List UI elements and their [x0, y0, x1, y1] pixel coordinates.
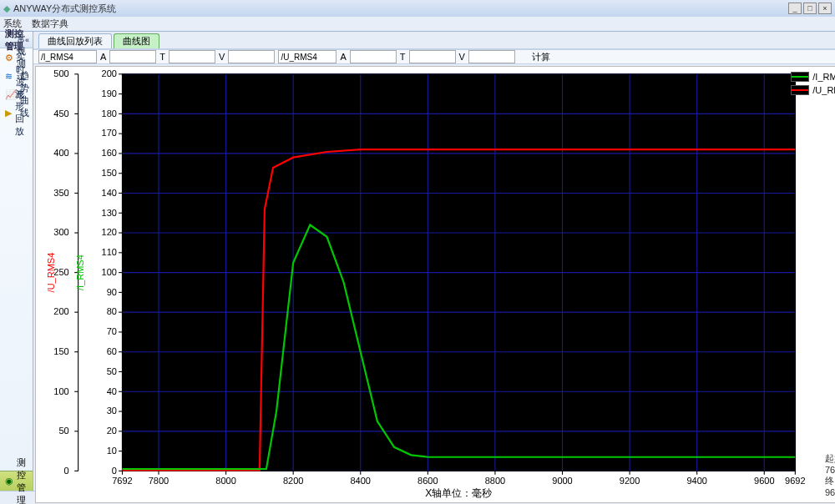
unit-t: T: [159, 52, 165, 62]
param-u-a[interactable]: [350, 50, 397, 63]
sidebar-item-playback[interactable]: ▶ 波形回放: [0, 103, 33, 122]
svg-text:150: 150: [102, 168, 117, 178]
readouts: 起始值 7692 终点值 9692: [825, 452, 835, 497]
svg-text:8400: 8400: [351, 476, 371, 486]
app-title: ANYWAY分布式测控系统: [13, 3, 116, 15]
svg-text:170: 170: [102, 128, 117, 138]
unit-v2: V: [459, 52, 465, 62]
svg-text:30: 30: [107, 406, 117, 416]
wave-icon: ≋: [5, 69, 13, 83]
minimize-button[interactable]: _: [788, 3, 802, 14]
unit-v: V: [219, 52, 225, 62]
maximize-button[interactable]: □: [803, 3, 817, 14]
sidebar-footer-label: 测控管理: [17, 456, 33, 505]
svg-text:50: 50: [58, 426, 68, 436]
svg-text:140: 140: [102, 188, 117, 198]
svg-text:180: 180: [102, 108, 117, 118]
param-i-v[interactable]: [228, 50, 275, 63]
svg-text:300: 300: [53, 227, 68, 237]
svg-text:80: 80: [107, 306, 117, 316]
start-value: 7692: [825, 465, 835, 475]
svg-text:9692: 9692: [785, 476, 805, 486]
close-button[interactable]: ×: [818, 3, 832, 14]
svg-text:160: 160: [102, 148, 117, 158]
param-u-t[interactable]: [409, 50, 456, 63]
param-i-label[interactable]: [38, 50, 97, 63]
sidebar: 测控管理 « ⚙ 常规测试 ≋ 实时波形 📈 趋势曲线 ▶ 波形回放 ◉ 测控管…: [0, 32, 33, 491]
param-u-v[interactable]: [468, 50, 515, 63]
legend-label: /U_RMS4: [812, 85, 835, 95]
svg-text:400: 400: [53, 148, 68, 158]
svg-text:90: 90: [107, 287, 117, 297]
menu-data-dict[interactable]: 数据字典: [32, 18, 68, 30]
end-value: 9692: [825, 487, 835, 497]
param-i-t[interactable]: [169, 50, 215, 63]
calc-button[interactable]: 计算: [532, 51, 550, 63]
legend-label: /I_RMS4: [812, 72, 835, 82]
svg-text:50: 50: [107, 366, 117, 376]
globe-icon: ◉: [5, 476, 13, 486]
svg-text:8600: 8600: [418, 476, 438, 486]
svg-text:9000: 9000: [552, 476, 572, 486]
menubar: 系统 数据字典: [0, 17, 835, 32]
end-label: 终点值: [825, 475, 835, 487]
svg-text:350: 350: [53, 188, 68, 198]
svg-text:190: 190: [102, 88, 117, 98]
param-u-label[interactable]: [278, 50, 337, 63]
svg-text:X轴单位：毫秒: X轴单位：毫秒: [425, 487, 492, 499]
unit-a2: A: [340, 52, 346, 62]
svg-text:8000: 8000: [215, 476, 235, 486]
svg-text:7800: 7800: [149, 476, 169, 486]
svg-text:70: 70: [107, 326, 117, 336]
svg-text:/I_RMS4: /I_RMS4: [75, 255, 85, 290]
playback-icon: ▶: [5, 106, 12, 119]
svg-text:40: 40: [107, 386, 117, 396]
svg-text:100: 100: [102, 267, 117, 277]
gear-icon: ⚙: [5, 51, 13, 64]
svg-text:10: 10: [107, 446, 117, 456]
legend-item-u: /U_RMS4: [791, 85, 835, 95]
svg-text:130: 130: [102, 208, 117, 218]
svg-text:0: 0: [64, 466, 69, 476]
sidebar-footer[interactable]: ◉ 测控管理: [0, 471, 33, 491]
svg-text:8800: 8800: [485, 476, 505, 486]
svg-text:9200: 9200: [620, 476, 640, 486]
tab-curve-list[interactable]: 曲线回放列表: [38, 33, 112, 48]
chart-area[interactable]: 0501001502002503003504004505000102030405…: [35, 66, 835, 503]
svg-text:200: 200: [102, 68, 117, 78]
svg-text:450: 450: [53, 108, 68, 118]
tab-curve-chart[interactable]: 曲线图: [114, 33, 159, 48]
params-bar: A T V A T V 计算: [33, 50, 835, 64]
svg-text:20: 20: [107, 426, 117, 436]
svg-text:7692: 7692: [112, 476, 132, 486]
svg-text:120: 120: [102, 227, 117, 237]
svg-text:200: 200: [53, 306, 68, 316]
start-label: 起始值: [825, 452, 835, 465]
svg-text:150: 150: [53, 346, 68, 356]
param-i-a[interactable]: [109, 50, 156, 63]
svg-text:8200: 8200: [283, 476, 303, 486]
unit-a: A: [100, 52, 106, 62]
svg-text:60: 60: [107, 346, 117, 356]
unit-t2: T: [400, 52, 406, 62]
legend-item-i: /I_RMS4: [791, 72, 835, 82]
legend: /I_RMS4 /U_RMS4: [791, 72, 835, 98]
svg-text:/U_RMS4: /U_RMS4: [46, 253, 56, 293]
svg-text:0: 0: [112, 466, 117, 476]
svg-text:100: 100: [53, 386, 68, 396]
svg-text:110: 110: [102, 247, 117, 257]
svg-text:500: 500: [53, 68, 68, 78]
svg-text:9400: 9400: [686, 476, 706, 486]
svg-text:9600: 9600: [754, 476, 774, 486]
app-icon: ◆: [3, 3, 10, 14]
